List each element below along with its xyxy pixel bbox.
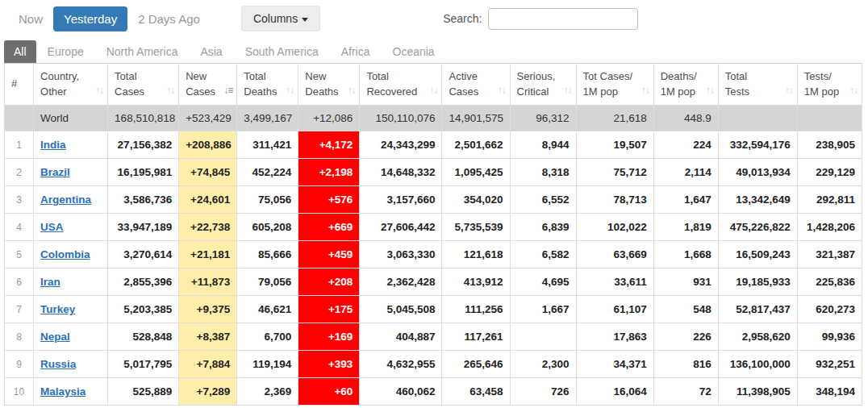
active-cases-cell: 63,458 [442,378,510,406]
new-deaths-cell: +60 [298,378,360,406]
country-cell: Nepal [34,323,108,351]
country-link[interactable]: Iran [40,276,61,288]
column-header-active_cases[interactable]: ActiveCases↑↓ [442,64,510,106]
column-header-total_cases[interactable]: TotalCases↑↓ [108,64,179,106]
deaths-1m-cell: 1,647 [653,186,718,214]
region-tab-north-america[interactable]: North America [95,40,190,63]
column-header-total_deaths[interactable]: TotalDeaths↑↓ [237,64,298,106]
country-cell: Brazil [34,159,108,186]
column-header-serious_critical[interactable]: Serious,Critical↑↓ [510,64,576,106]
serious-critical-cell: 6,839 [510,214,576,241]
column-header-new_deaths[interactable]: NewDeaths↑↓ [298,64,360,106]
column-header-country[interactable]: Country,Other↑↓ [34,64,108,106]
total-recovered-cell: 4,632,955 [360,351,442,378]
tests-1m-cell: 1,428,206 [797,214,862,241]
deaths-1m-cell: 224 [653,131,718,159]
total-tests-cell: 52,817,437 [718,296,797,323]
time-tab-yesterday[interactable]: Yesterday [53,6,127,31]
country-cell: Russia [34,351,108,378]
region-tab-all[interactable]: All [4,40,36,63]
total-tests-cell: 475,226,822 [718,214,797,241]
tests-1m-cell: 932,251 [797,351,862,378]
world-new-deaths-cell: +12,086 [298,106,360,131]
country-link[interactable]: USA [40,221,64,233]
region-tab-oceania[interactable]: Oceania [382,40,446,63]
column-header-tests_1m[interactable]: Tests/1M pop↑↓ [797,64,862,106]
total-deaths-cell: 605,208 [237,214,298,241]
country-link[interactable]: Turkey [40,303,75,315]
table-row: 2Brazil16,195,981+74,845452,224+2,19814,… [5,159,862,186]
new-cases-cell: +7,884 [179,351,237,378]
column-header-deaths_1m[interactable]: Deaths/1M pop↑↓ [653,64,718,106]
deaths-1m-cell: 548 [653,296,718,323]
serious-critical-cell: 8,944 [510,131,576,159]
world-summary-row: World168,510,818+523,4293,499,167+12,086… [5,106,862,131]
tests-1m-cell: 229,129 [797,159,862,186]
country-cell: Turkey [34,296,108,323]
total-deaths-cell: 119,194 [237,351,298,378]
country-cell: USA [34,214,108,241]
country-link[interactable]: Colombia [40,248,90,260]
active-cases-cell: 1,095,425 [442,159,510,186]
country-link[interactable]: Argentina [40,194,91,206]
region-tab-africa[interactable]: Africa [330,40,382,63]
column-header-total_recovered[interactable]: TotalRecovered↑↓ [360,64,442,106]
sort-both-icon: ↑↓ [286,84,294,98]
table-row: 3Argentina3,586,736+24,60175,056+5763,15… [5,186,862,214]
world-active-cases-cell: 14,901,575 [442,106,510,131]
column-header-rank: # [5,64,34,106]
columns-dropdown-button[interactable]: Columns [241,6,320,31]
rank-cell: 9 [5,351,34,378]
rank-cell: 2 [5,159,34,186]
tot-cases-1m-cell: 63,669 [576,241,653,269]
search-input[interactable] [488,8,638,30]
world-deaths-1m-cell: 448.9 [653,106,718,131]
active-cases-cell: 5,735,539 [442,214,510,241]
serious-critical-cell: 1,667 [510,296,576,323]
sort-both-icon: ↑↓ [706,84,714,98]
country-link[interactable]: Malaysia [40,385,86,398]
new-cases-cell: +24,601 [179,186,237,214]
rank-cell [5,106,34,131]
total-recovered-cell: 3,063,330 [360,241,442,269]
search-label: Search: [443,12,482,25]
new-cases-cell: +7,289 [179,378,237,406]
serious-critical-cell: 6,582 [510,241,576,269]
total-cases-cell: 3,270,614 [108,241,179,269]
country-link[interactable]: India [40,139,66,151]
serious-critical-cell: 2,300 [510,351,576,378]
column-header-label: TotalRecovered [366,70,417,98]
country-cell: Argentina [34,186,108,214]
country-cell: Iran [34,269,108,296]
column-header-total_tests[interactable]: TotalTests↑↓ [718,64,797,106]
table-row: 7Turkey5,203,385+9,37546,621+1755,045,50… [5,296,862,323]
total-recovered-cell: 460,062 [360,378,442,406]
region-tab-europe[interactable]: Europe [36,40,95,63]
deaths-1m-cell: 72 [653,378,718,406]
region-tab-asia[interactable]: Asia [189,40,233,63]
country-link[interactable]: Brazil [40,166,70,178]
total-recovered-cell: 5,045,508 [360,296,442,323]
country-link[interactable]: Nepal [40,331,70,343]
column-header-label: ActiveCases [449,70,478,98]
total-deaths-cell: 6,700 [237,323,298,351]
region-tab-south-america[interactable]: South America [234,40,330,63]
total-cases-cell: 3,586,736 [108,186,179,214]
total-recovered-cell: 2,362,428 [360,269,442,296]
column-header-new_cases[interactable]: NewCases↓≡ [179,64,237,106]
country-cell: India [34,131,108,159]
chevron-down-icon [302,18,308,22]
country-link[interactable]: Russia [40,358,76,370]
total-deaths-cell: 75,056 [237,186,298,214]
rank-cell: 4 [5,214,34,241]
world-total-recovered-cell: 150,110,076 [360,106,442,131]
serious-critical-cell: 4,695 [510,269,576,296]
active-cases-cell: 2,501,662 [442,131,510,159]
column-header-tot_cases_1m[interactable]: Tot Cases/1M pop↑↓ [576,64,653,106]
serious-critical-cell: 6,552 [510,186,576,214]
tot-cases-1m-cell: 78,713 [576,186,653,214]
time-tab-now[interactable]: Now [8,6,53,31]
time-tab-2-days-ago[interactable]: 2 Days Ago [127,6,211,31]
deaths-1m-cell: 226 [653,323,718,351]
time-tab-group: NowYesterday2 Days Ago [8,6,211,31]
